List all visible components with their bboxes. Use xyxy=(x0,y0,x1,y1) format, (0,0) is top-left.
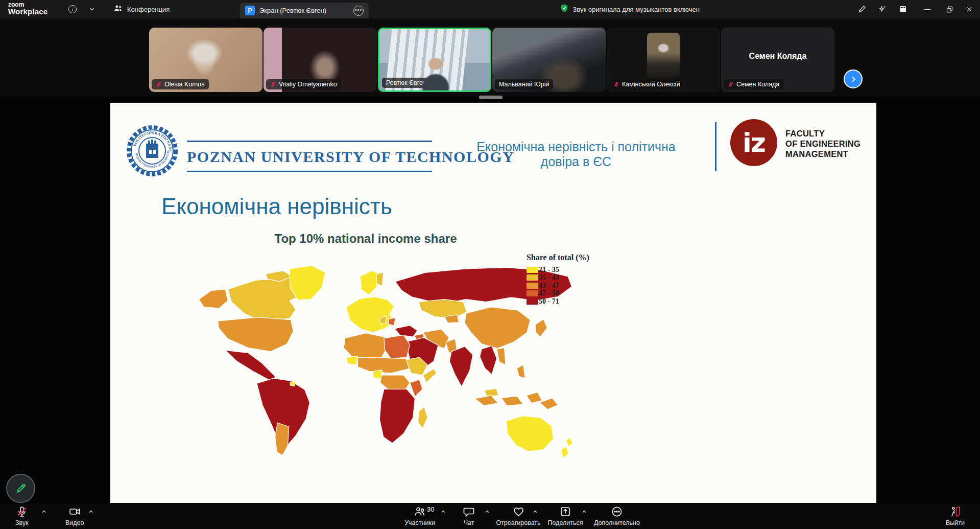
strip-drag-handle[interactable] xyxy=(479,96,503,99)
video-tile-malvanyi[interactable]: Мальваний Юрій xyxy=(492,28,606,92)
faculty-line2: OF ENGINEERING xyxy=(785,139,861,149)
participants-button[interactable]: Участники 30 xyxy=(403,504,436,526)
mic-muted-icon xyxy=(16,504,28,518)
map-region-madagascar xyxy=(418,407,428,428)
tab-conference[interactable]: Конференция xyxy=(113,3,170,15)
participant-name: Olesia Kornus xyxy=(164,81,205,88)
share-screen-icon xyxy=(559,504,571,518)
map-region-sumatra xyxy=(475,396,498,406)
map-region-scandinavia xyxy=(360,271,379,295)
chevron-down-icon[interactable] xyxy=(86,3,98,15)
more-button[interactable]: Дополнительно xyxy=(594,504,640,526)
participant-name-pill: Семен Коляда xyxy=(724,79,783,89)
world-choropleth-map xyxy=(195,261,573,458)
tab-screen-label: Экран (Ревтюк Євген) xyxy=(259,7,349,14)
legend-label: 35 - 43 xyxy=(539,273,559,282)
share-button[interactable]: Поделиться xyxy=(547,504,583,526)
participants-count: 30 xyxy=(427,505,434,513)
map-region-kazakhstan xyxy=(419,300,467,318)
video-tile-olesia[interactable]: Olesia Kornus xyxy=(149,28,262,92)
map-region-finland xyxy=(376,272,384,286)
map-region-east-africa xyxy=(410,380,423,397)
video-tile-vitaliy[interactable]: Vitaliy Omelyanenko xyxy=(264,28,377,92)
security-status: Звук оригинала для музыкантов включен xyxy=(560,0,700,18)
meeting-toolbar: Звук Видео Участники 30 xyxy=(0,503,980,529)
participant-name: Мальваний Юрій xyxy=(499,81,549,88)
participant-name: Семен Коляда xyxy=(736,81,779,88)
participant-name-pill: Olesia Kornus xyxy=(152,79,209,89)
poznan-university-seal: POLITECHNIKA POZNAŃSKA POZNAN UNIVERSITY… xyxy=(126,124,179,177)
map-region-se-europe xyxy=(389,318,396,326)
leave-label: Выйти xyxy=(946,519,965,526)
muted-mic-icon xyxy=(270,81,276,87)
next-participants-page-button[interactable] xyxy=(844,70,863,88)
map-region-india xyxy=(449,347,473,386)
map-region-nigeria xyxy=(373,370,383,379)
exit-door-icon xyxy=(949,504,962,518)
participant-name-pill: Камінський Олексій xyxy=(609,79,684,89)
minimize-button[interactable] xyxy=(917,0,938,18)
legend-swatch xyxy=(527,283,538,289)
close-button[interactable] xyxy=(959,0,980,18)
participants-icon xyxy=(413,504,426,518)
legend-label: 21 - 35 xyxy=(539,266,559,274)
legend-row: 43 - 47 xyxy=(527,282,608,290)
legend-swatch xyxy=(527,290,538,296)
video-button[interactable]: Видео xyxy=(65,504,84,526)
audio-options-chevron[interactable] xyxy=(40,508,48,516)
zoom-workplace-window: zoom Workplace i Конференция P Экран (Ре… xyxy=(0,0,980,529)
info-icon[interactable]: i xyxy=(66,3,79,15)
camera-icon xyxy=(68,504,81,518)
participant-name-pill: Vitaliy Omelyanenko xyxy=(266,79,341,89)
legend-swatch xyxy=(527,274,538,281)
map-region-australia xyxy=(506,416,553,452)
share-options-chevron[interactable] xyxy=(580,508,588,516)
react-label: Отреагировать xyxy=(496,519,540,526)
chat-label: Чат xyxy=(464,519,474,526)
map-region-sahel xyxy=(357,357,409,373)
faculty-line1: FACULTY xyxy=(785,128,861,139)
ai-companion-icon[interactable] xyxy=(876,3,889,15)
restore-button[interactable] xyxy=(939,0,960,18)
chat-options-chevron[interactable] xyxy=(483,508,491,516)
faculty-iz-logo: iz xyxy=(730,119,777,166)
slide-title: Економічна нерівність xyxy=(161,194,392,219)
map-region-mauritania xyxy=(346,356,357,365)
faculty-name: FACULTY OF ENGINEERING MANAGEMENT xyxy=(785,128,861,159)
video-options-chevron[interactable] xyxy=(87,508,95,516)
participants-options-chevron[interactable] xyxy=(439,508,447,516)
chat-bubble-icon xyxy=(463,504,475,518)
annotation-fab[interactable] xyxy=(6,474,35,503)
tab-options-icon[interactable]: ••• xyxy=(353,6,364,16)
share-label: Поделиться xyxy=(547,519,583,526)
apps-icon[interactable] xyxy=(897,3,909,15)
map-region-vietnam xyxy=(497,348,506,365)
zoom-workplace-logo: zoom Workplace xyxy=(8,2,47,15)
legend-row: 47 - 50 xyxy=(527,290,608,298)
video-tile-koliada-novideo[interactable]: Семен Коляда Семен Коляда xyxy=(721,28,834,92)
video-strip: Olesia Kornus Vitaliy Omelyanenko Ревтюк… xyxy=(0,18,980,97)
university-wordmark: POZNAN UNIVERSITY OF TECHNOLOGY xyxy=(187,141,432,172)
legend-swatch xyxy=(527,298,538,305)
map-region-myanmar-thailand xyxy=(480,346,496,375)
map-region-java-borneo xyxy=(501,396,523,406)
map-region-argentina-chile xyxy=(275,423,289,455)
faculty-line3: MANAGEMENT xyxy=(785,149,861,159)
legend-row: 50 - 71 xyxy=(527,297,608,306)
presentation-header-title: Економічна нерівність і політична довіра… xyxy=(456,140,696,169)
video-tile-revtiuk-active-speaker[interactable]: Ревтюк Євген xyxy=(378,28,491,92)
video-tile-kaminskyi[interactable]: Камінський Олексій xyxy=(607,28,720,92)
audio-button[interactable]: Звук xyxy=(15,504,29,526)
participant-display-name: Семен Коляда xyxy=(721,52,834,61)
annotate-pen-icon[interactable] xyxy=(856,3,868,15)
react-options-chevron[interactable] xyxy=(531,508,539,516)
chat-button[interactable]: Чат xyxy=(463,504,475,526)
leave-button[interactable]: Выйти xyxy=(946,504,965,526)
participant-photo xyxy=(647,33,680,78)
rule-bottom xyxy=(187,171,432,172)
muted-mic-icon xyxy=(613,81,619,87)
map-region-new-zealand xyxy=(561,438,572,458)
legend-row: 35 - 43 xyxy=(527,274,608,282)
video-label: Видео xyxy=(65,519,84,526)
tab-screen-share[interactable]: P Экран (Ревтюк Євген) ••• xyxy=(240,3,369,18)
